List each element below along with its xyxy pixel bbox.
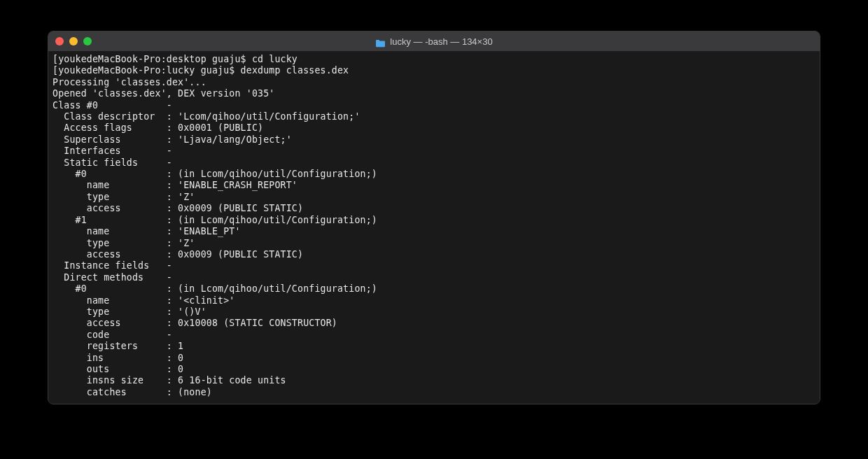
terminal-output[interactable]: [youkedeMacBook-Pro:desktop guaju$ cd lu… <box>48 51 820 404</box>
window-title: lucky — -bash — 134×30 <box>390 36 492 47</box>
close-icon[interactable] <box>55 37 64 45</box>
folder-icon <box>375 37 386 45</box>
title-center: lucky — -bash — 134×30 <box>48 36 820 47</box>
minimize-icon[interactable] <box>69 37 78 45</box>
traffic-lights <box>55 37 92 45</box>
maximize-icon[interactable] <box>83 37 92 45</box>
terminal-window: lucky — -bash — 134×30 [youkedeMacBook-P… <box>48 31 820 404</box>
title-bar[interactable]: lucky — -bash — 134×30 <box>48 31 820 51</box>
